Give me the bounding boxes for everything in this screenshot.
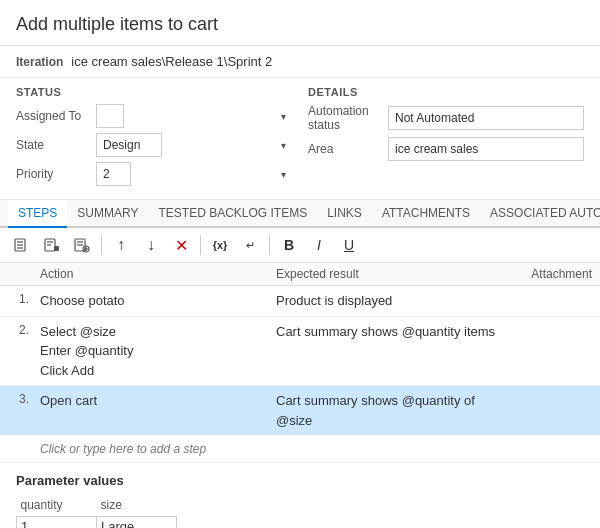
tab-links[interactable]: LINKS — [317, 200, 372, 228]
step-result-1: Product is displayed — [276, 291, 512, 311]
area-label: Area — [308, 142, 388, 156]
tab-summary[interactable]: SUMMARY — [67, 200, 148, 228]
col-header-action: Action — [40, 267, 276, 281]
tab-attachments[interactable]: ATTACHMENTS — [372, 200, 480, 228]
steps-toolbar: ↑ ↓ ✕ {x} ↵ B I U — [0, 228, 600, 263]
bold-button[interactable]: B — [275, 232, 303, 258]
tab-steps[interactable]: STEPS — [8, 200, 67, 228]
automation-status-label: Automation status — [308, 104, 388, 132]
toolbar-separator-1 — [101, 235, 102, 255]
delete-step-button[interactable]: ✕ — [167, 232, 195, 258]
step-result-2: Cart summary shows @quantity items — [276, 322, 512, 342]
status-section: STATUS Assigned To State Design Priority… — [16, 86, 292, 191]
state-select-wrapper[interactable]: Design — [96, 133, 292, 157]
status-heading: STATUS — [16, 86, 292, 98]
move-up-button[interactable]: ↑ — [107, 232, 135, 258]
step-num-3: 3. — [8, 391, 40, 406]
tabs-bar: STEPS SUMMARY TESTED BACKLOG ITEMS LINKS… — [0, 200, 600, 228]
tab-tested-backlog-items[interactable]: TESTED BACKLOG ITEMS — [148, 200, 317, 228]
col-header-attachment: Attachment — [512, 267, 592, 281]
assigned-to-row: Assigned To — [16, 104, 292, 128]
param-row-1[interactable]: 1 Large — [17, 517, 177, 529]
iteration-row: Iteration ice cream sales\Release 1\Spri… — [0, 46, 600, 78]
assigned-to-select-wrapper[interactable] — [96, 104, 292, 128]
underline-button[interactable]: U — [335, 232, 363, 258]
assigned-to-select[interactable] — [96, 104, 124, 128]
details-section: DETAILS Automation status Not Automated … — [292, 86, 584, 191]
fields-section: STATUS Assigned To State Design Priority… — [0, 78, 600, 200]
iteration-value: ice cream sales\Release 1\Sprint 2 — [71, 54, 272, 69]
area-value: ice cream sales — [388, 137, 584, 161]
step-row-2[interactable]: 2. Select @sizeEnter @quantityClick Add … — [0, 317, 600, 387]
svg-rect-7 — [54, 246, 59, 251]
iteration-label: Iteration — [16, 55, 63, 69]
italic-button[interactable]: I — [305, 232, 333, 258]
page-header: Add multiple items to cart — [0, 0, 600, 46]
param-cell-size-1[interactable]: Large — [97, 517, 177, 529]
steps-table-header: Action Expected result Attachment — [0, 263, 600, 286]
toolbar-separator-2 — [200, 235, 201, 255]
tab-associated-automation[interactable]: ASSOCIATED AUTOMATION — [480, 200, 600, 228]
step-action-3[interactable]: Open cart — [40, 391, 276, 411]
param-col-header-size: size — [97, 496, 177, 517]
step-action-2[interactable]: Select @sizeEnter @quantityClick Add — [40, 322, 276, 381]
step-action-1[interactable]: Choose potato — [40, 291, 276, 311]
automation-status-value: Not Automated — [388, 106, 584, 130]
step-row-3[interactable]: 3. Open cart Cart summary shows @quantit… — [0, 386, 600, 436]
state-row: State Design — [16, 133, 292, 157]
insert-shared-steps-button[interactable] — [68, 232, 96, 258]
priority-select-wrapper[interactable]: 2 — [96, 162, 292, 186]
state-label: State — [16, 138, 96, 152]
col-header-result: Expected result — [276, 267, 512, 281]
col-header-num — [8, 267, 40, 281]
priority-select[interactable]: 2 — [96, 162, 131, 186]
move-down-button[interactable]: ↓ — [137, 232, 165, 258]
assigned-to-label: Assigned To — [16, 109, 96, 123]
step-num-1: 1. — [8, 291, 40, 306]
add-step-hint[interactable]: Click or type here to add a step — [0, 436, 600, 463]
param-col-header-quantity: quantity — [17, 496, 97, 517]
parameter-values-section: Parameter values quantity size 1 Large 2… — [0, 463, 600, 528]
parameter-values-title: Parameter values — [16, 473, 584, 488]
toolbar-separator-3 — [269, 235, 270, 255]
step-row-1[interactable]: 1. Choose potato Product is displayed — [0, 286, 600, 317]
details-heading: DETAILS — [308, 86, 584, 98]
param-cell-quantity-1[interactable]: 1 — [17, 517, 97, 529]
parameter-values-table: quantity size 1 Large 2 Large 1 Medium — [16, 496, 177, 528]
automation-status-row: Automation status Not Automated — [308, 104, 584, 132]
step-num-2: 2. — [8, 322, 40, 337]
add-step-button[interactable] — [8, 232, 36, 258]
state-select[interactable]: Design — [96, 133, 162, 157]
insert-param-button[interactable]: {x} — [206, 232, 234, 258]
add-shared-steps-button[interactable] — [38, 232, 66, 258]
area-row: Area ice cream sales — [308, 137, 584, 161]
priority-label: Priority — [16, 167, 96, 181]
step-param-button[interactable]: ↵ — [236, 232, 264, 258]
page-title: Add multiple items to cart — [16, 14, 584, 35]
step-result-3[interactable]: Cart summary shows @quantity of @size — [276, 391, 512, 430]
priority-row: Priority 2 — [16, 162, 292, 186]
